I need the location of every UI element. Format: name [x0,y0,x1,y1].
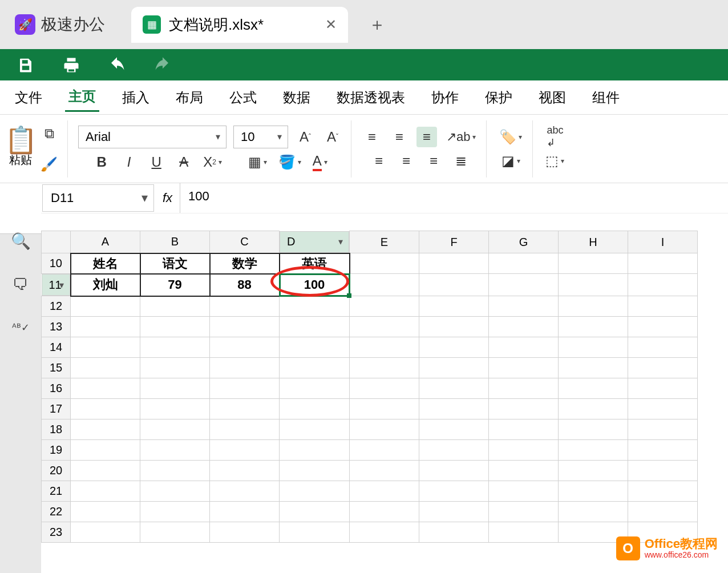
cell-I12[interactable] [628,296,698,317]
cell-C19[interactable] [210,440,280,461]
column-header-F[interactable]: F [419,231,489,253]
align-justify-button[interactable]: ≣ [451,151,471,171]
cell-E14[interactable] [350,337,419,358]
menu-protect[interactable]: 保护 [482,84,516,111]
cell-B12[interactable] [140,296,210,317]
cell-B11[interactable]: 79 [140,274,210,296]
cell-C15[interactable] [210,358,280,378]
cell-A17[interactable] [71,399,140,419]
cell-A22[interactable] [71,502,140,522]
cell-H10[interactable] [559,253,628,274]
cell-D15[interactable] [280,358,350,378]
cell-C18[interactable] [210,419,280,440]
cell-H14[interactable] [559,337,628,358]
close-tab-button[interactable]: ✕ [325,17,337,33]
cell-C14[interactable] [210,337,280,358]
print-button[interactable] [63,57,80,74]
cell-G11[interactable] [489,274,559,296]
row-header-12[interactable]: 12 [42,296,71,317]
cell-F23[interactable] [419,522,489,543]
row-header-21[interactable]: 21 [42,481,71,502]
cell-G21[interactable] [489,481,559,502]
cell-B14[interactable] [140,337,210,358]
wrap-text-button[interactable]: abc↲ [545,127,565,147]
cell-C16[interactable] [210,378,280,399]
spreadsheet-grid[interactable]: ABCDEFGHI10姓名语文数学英语11刘灿79881001213141516… [41,231,728,573]
cell-A12[interactable] [71,296,140,317]
cell-C17[interactable] [210,399,280,419]
cell-D12[interactable] [280,296,350,317]
cell-F16[interactable] [419,378,489,399]
cell-D16[interactable] [280,378,350,399]
cell-B10[interactable]: 语文 [140,253,210,274]
cell-A21[interactable] [71,481,140,502]
cell-F12[interactable] [419,296,489,317]
cell-B15[interactable] [140,358,210,378]
align-left-button[interactable]: ≡ [369,151,389,171]
cell-C10[interactable]: 数学 [210,253,280,274]
cell-B13[interactable] [140,317,210,337]
menu-file[interactable]: 文件 [11,84,46,111]
tab-document[interactable]: ▦ 文档说明.xlsx* ✕ [131,7,348,43]
column-header-I[interactable]: I [628,231,698,253]
cell-style-button[interactable]: ◪ [499,151,523,171]
menu-insert[interactable]: 插入 [119,84,153,111]
cell-E23[interactable] [350,522,419,543]
row-header-18[interactable]: 18 [42,419,71,440]
redo-button[interactable] [154,57,171,74]
row-header-16[interactable]: 16 [42,378,71,399]
menu-plugin[interactable]: 组件 [589,84,623,111]
cell-B23[interactable] [140,522,210,543]
cell-C20[interactable] [210,461,280,481]
cell-D21[interactable] [280,481,350,502]
cell-E13[interactable] [350,317,419,337]
cell-C22[interactable] [210,502,280,522]
cell-H21[interactable] [559,481,628,502]
menu-layout[interactable]: 布局 [172,84,207,111]
cell-B19[interactable] [140,440,210,461]
row-header-17[interactable]: 17 [42,399,71,419]
border-button[interactable]: ▦ [246,152,269,172]
cell-F11[interactable] [419,274,489,296]
cell-A20[interactable] [71,461,140,481]
cell-H11[interactable] [559,274,628,296]
menu-collab[interactable]: 协作 [428,84,462,111]
cell-I21[interactable] [628,481,698,502]
cell-D13[interactable] [280,317,350,337]
cell-B17[interactable] [140,399,210,419]
cell-E21[interactable] [350,481,419,502]
cell-E22[interactable] [350,502,419,522]
font-size-select[interactable]: 10 [233,126,288,148]
cell-H22[interactable] [559,502,628,522]
cell-G16[interactable] [489,378,559,399]
fx-icon[interactable]: fx [155,183,180,213]
undo-button[interactable] [108,57,126,74]
row-header-10[interactable]: 10 [42,253,71,274]
cell-C23[interactable] [210,522,280,543]
column-header-E[interactable]: E [350,231,419,253]
cell-D23[interactable] [280,522,350,543]
cell-G22[interactable] [489,502,559,522]
cell-F22[interactable] [419,502,489,522]
cell-B20[interactable] [140,461,210,481]
cell-I11[interactable] [628,274,698,296]
cell-G18[interactable] [489,419,559,440]
fill-color-button[interactable]: 🪣 [276,152,304,172]
spellcheck-icon[interactable]: ᴬᴮ✓ [10,317,31,338]
row-header-13[interactable]: 13 [42,317,71,337]
column-header-H[interactable]: H [559,231,628,253]
format-painter-button[interactable]: 🖌️ [39,154,59,175]
cell-G10[interactable] [489,253,559,274]
menu-data[interactable]: 数据 [280,84,314,111]
cell-D10[interactable]: 英语 [280,253,350,274]
cell-H13[interactable] [559,317,628,337]
cell-B21[interactable] [140,481,210,502]
cell-D17[interactable] [280,399,350,419]
cell-H16[interactable] [559,378,628,399]
cell-D18[interactable] [280,419,350,440]
row-header-19[interactable]: 19 [42,440,71,461]
name-box[interactable]: D11 [42,184,154,212]
cell-G14[interactable] [489,337,559,358]
row-header-14[interactable]: 14 [42,337,71,358]
cell-C21[interactable] [210,481,280,502]
